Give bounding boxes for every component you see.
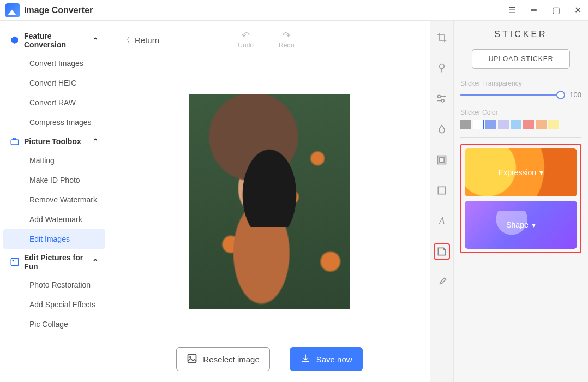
menu-icon[interactable]: ☰	[507, 5, 517, 15]
slider-thumb[interactable]	[556, 91, 565, 99]
eyedropper-tool-icon[interactable]	[434, 274, 450, 290]
return-button[interactable]: 〈 Return	[122, 35, 159, 45]
section-label: Edit Pictures for Fun	[24, 253, 92, 271]
divider	[460, 137, 581, 138]
color-swatch[interactable]	[536, 120, 547, 129]
close-button[interactable]: ✕	[573, 5, 583, 15]
category-expression[interactable]: Expression ▾	[465, 148, 577, 196]
sidebar-item-edit-images[interactable]: Edit Images	[3, 229, 105, 249]
svg-point-3	[13, 260, 14, 261]
color-swatches	[460, 120, 581, 129]
svg-point-8	[438, 95, 441, 98]
transparency-slider[interactable]	[460, 94, 561, 96]
chevron-up-icon: ⌃	[92, 258, 99, 266]
app-title: Image Converter	[24, 5, 93, 15]
section-label: Picture Toolbox	[24, 137, 81, 146]
svg-point-6	[189, 356, 191, 357]
redo-icon: ↷	[279, 31, 295, 40]
chevron-left-icon: 〈	[122, 35, 130, 45]
color-swatch[interactable]	[511, 120, 521, 129]
maximize-button[interactable]: ▢	[551, 5, 561, 15]
upload-sticker-button[interactable]: UPLOAD STICKER	[472, 49, 570, 69]
sidebar-item-matting[interactable]: Matting	[3, 151, 105, 170]
svg-rect-12	[438, 187, 445, 194]
sticker-panel: STICKER UPLOAD STICKER Sticker Transpare…	[454, 21, 588, 382]
svg-rect-0	[11, 140, 19, 145]
image-icon	[187, 353, 197, 366]
drop-tool-icon[interactable]	[434, 121, 450, 138]
reselect-image-button[interactable]: Reselect image	[176, 347, 269, 371]
svg-point-7	[440, 64, 444, 69]
app-logo	[5, 3, 20, 17]
category-shape[interactable]: Shape ▾	[465, 201, 577, 249]
chevron-down-icon: ▾	[532, 220, 536, 229]
undo-button[interactable]: ↶ Undo	[238, 31, 254, 49]
adjust-tool-icon[interactable]	[434, 91, 450, 107]
levels-tool-icon[interactable]	[434, 60, 450, 76]
sidebar-item-convert-heic[interactable]: Convert HEIC	[3, 73, 105, 93]
text-tool-icon[interactable]: A	[434, 213, 450, 229]
color-swatch[interactable]	[460, 120, 471, 129]
frame-tool-icon[interactable]	[434, 152, 450, 168]
sidebar-item-pic-collage[interactable]: Pic Collage	[3, 314, 105, 334]
section-picture-toolbox[interactable]: Picture Toolbox ⌃	[0, 132, 109, 151]
size-tool-icon[interactable]	[434, 182, 450, 199]
sidebar-item-add-watermark[interactable]: Add Watermark	[3, 210, 105, 229]
sidebar: Feature Conversion ⌃ Convert Images Conv…	[0, 21, 109, 382]
svg-rect-5	[188, 354, 196, 362]
transparency-value: 100	[566, 91, 581, 99]
color-swatch[interactable]	[498, 120, 509, 129]
chevron-up-icon: ⌃	[92, 36, 99, 45]
sidebar-item-convert-images[interactable]: Convert Images	[3, 53, 105, 73]
color-swatch[interactable]	[485, 120, 496, 129]
editor: 〈 Return ↶ Undo ↷ Redo	[109, 21, 430, 382]
download-icon	[300, 353, 311, 366]
svg-rect-1	[14, 138, 16, 140]
hexagon-icon	[10, 35, 20, 45]
chevron-up-icon: ⌃	[92, 137, 99, 146]
svg-rect-2	[11, 258, 19, 266]
svg-rect-11	[440, 158, 444, 162]
sticker-color-label: Sticker Color	[460, 109, 581, 116]
sidebar-item-add-special-effects[interactable]: Add Special Effects	[3, 295, 105, 314]
redo-button[interactable]: ↷ Redo	[279, 31, 295, 49]
undo-icon: ↶	[238, 31, 254, 40]
section-feature-conversion[interactable]: Feature Conversion ⌃	[0, 27, 109, 53]
crop-tool-icon[interactable]	[434, 29, 450, 46]
svg-point-9	[441, 99, 444, 102]
canvas-image[interactable]	[189, 94, 350, 309]
toolbar: A	[430, 21, 454, 382]
section-edit-pictures-fun[interactable]: Edit Pictures for Fun ⌃	[0, 249, 109, 275]
color-swatch[interactable]	[473, 120, 484, 129]
sticker-tool-icon[interactable]	[434, 243, 450, 260]
toolbox-icon	[10, 136, 20, 146]
section-label: Feature Conversion	[24, 32, 92, 49]
sidebar-item-convert-raw[interactable]: Convert RAW	[3, 93, 105, 112]
panel-title: STICKER	[460, 29, 581, 39]
chevron-down-icon: ▾	[539, 168, 543, 177]
sidebar-item-photo-restoration[interactable]: Photo Restoration	[3, 275, 105, 295]
return-label: Return	[135, 35, 159, 45]
sidebar-item-compress-images[interactable]: Compress Images	[3, 112, 105, 132]
sidebar-item-make-id-photo[interactable]: Make ID Photo	[3, 170, 105, 190]
save-now-button[interactable]: Save now	[290, 347, 363, 371]
sidebar-item-remove-watermark[interactable]: Remove Watermark	[3, 190, 105, 210]
sticker-categories: Expression ▾ Shape ▾	[460, 144, 581, 253]
transparency-label: Sticker Transparency	[460, 80, 581, 87]
svg-rect-10	[438, 156, 446, 164]
color-swatch[interactable]	[548, 120, 559, 129]
color-swatch[interactable]	[523, 120, 534, 129]
fun-icon	[10, 257, 20, 267]
minimize-button[interactable]: ━	[529, 5, 539, 15]
